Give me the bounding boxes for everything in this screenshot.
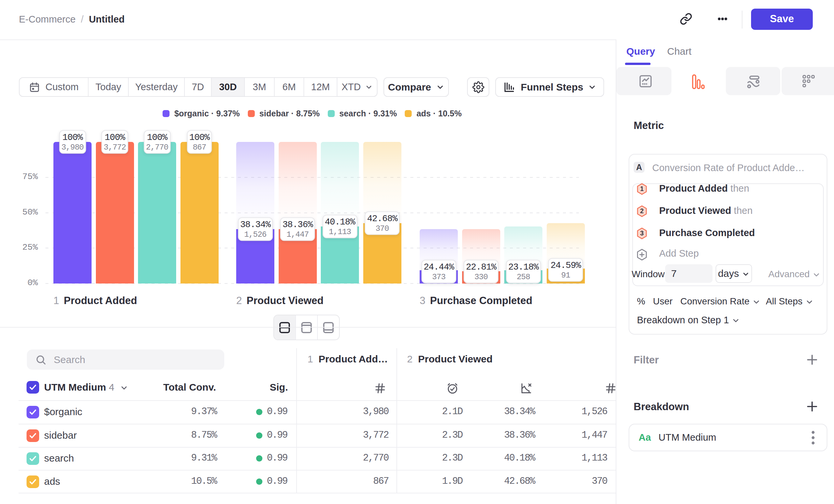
svg-text:2: 2 (640, 207, 644, 214)
svg-text:3: 3 (640, 229, 644, 237)
svg-text:1: 1 (640, 185, 644, 192)
